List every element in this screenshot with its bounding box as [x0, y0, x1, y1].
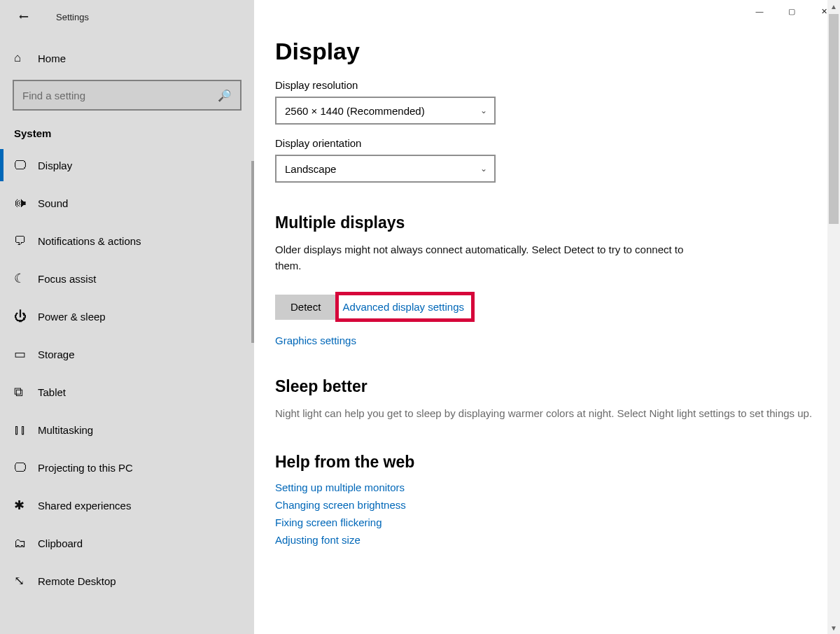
detect-button[interactable]: Detect — [275, 295, 336, 320]
sidebar-item-clipboard[interactable]: 🗂Clipboard — [0, 524, 254, 562]
chevron-down-icon: ⌄ — [480, 106, 487, 115]
sidebar-item-label: Display — [38, 160, 72, 171]
sound-icon: 🕪 — [14, 196, 38, 211]
window-controls: — ▢ ✕ — [743, 0, 840, 22]
content: — ▢ ✕ Display Display resolution 2560 × … — [254, 0, 840, 634]
resolution-dropdown[interactable]: 2560 × 1440 (Recommended) ⌄ — [275, 97, 496, 125]
remote-icon: ⤡ — [14, 573, 38, 589]
sidebar-item-label: Projecting to this PC — [38, 462, 133, 474]
sidebar-item-power[interactable]: ⏻Power & sleep — [0, 297, 254, 335]
resolution-label: Display resolution — [275, 79, 819, 91]
search-icon: 🔍 — [215, 89, 234, 102]
sidebar-item-tablet[interactable]: ⧉Tablet — [0, 373, 254, 411]
help-from-web-heading: Help from the web — [275, 453, 819, 472]
sidebar-item-label: Sound — [38, 197, 68, 209]
chevron-down-icon: ⌄ — [480, 164, 487, 174]
sidebar-item-label: Power & sleep — [38, 311, 106, 323]
sidebar-item-sound[interactable]: 🕪Sound — [0, 184, 254, 222]
sidebar-item-label: Tablet — [38, 386, 66, 398]
home-nav[interactable]: ⌂ Home — [0, 41, 254, 76]
sidebar-item-label: Storage — [38, 348, 75, 360]
sidebar-item-display[interactable]: 🖵Display — [0, 146, 254, 184]
sidebar-item-notif[interactable]: 🗩Notifications & actions — [0, 222, 254, 260]
orientation-label: Display orientation — [275, 137, 819, 149]
focus-icon: ☾ — [14, 271, 38, 286]
sidebar-item-label: Multitasking — [38, 424, 93, 436]
projecting-icon: 🖵 — [14, 460, 38, 475]
page-title: Display — [275, 38, 819, 65]
web-links: Setting up multiple monitorsChanging scr… — [275, 481, 819, 546]
sidebar-item-projecting[interactable]: 🖵Projecting to this PC — [0, 449, 254, 486]
help-link[interactable]: Adjusting font size — [275, 534, 819, 546]
sidebar-item-focus[interactable]: ☾Focus assist — [0, 260, 254, 297]
sidebar-item-label: Notifications & actions — [38, 235, 141, 247]
help-link[interactable]: Changing screen brightness — [275, 499, 819, 511]
sidebar-section-label: System — [0, 118, 254, 146]
shared-icon: ✱ — [14, 498, 38, 513]
home-label: Home — [38, 52, 66, 64]
orientation-dropdown[interactable]: Landscape ⌄ — [275, 155, 496, 183]
sidebar-item-label: Clipboard — [38, 537, 83, 549]
power-icon: ⏻ — [14, 309, 38, 324]
content-scroll-thumb[interactable] — [829, 14, 839, 224]
resolution-value: 2560 × 1440 (Recommended) — [285, 105, 425, 117]
clipboard-icon: 🗂 — [14, 536, 38, 551]
scroll-down-arrow-icon[interactable]: ▼ — [827, 621, 840, 634]
sidebar-item-shared[interactable]: ✱Shared experiences — [0, 486, 254, 524]
minimize-button[interactable]: — — [743, 0, 776, 22]
scroll-up-arrow-icon[interactable]: ▲ — [827, 0, 840, 13]
help-link[interactable]: Setting up multiple monitors — [275, 481, 819, 493]
multiple-displays-heading: Multiple displays — [275, 213, 819, 232]
search-box[interactable]: 🔍 — [13, 80, 241, 111]
sleep-better-heading: Sleep better — [275, 377, 819, 396]
sidebar-item-label: Remote Desktop — [38, 575, 116, 587]
display-icon: 🖵 — [14, 158, 38, 173]
sidebar-item-label: Shared experiences — [38, 500, 131, 512]
sidebar-item-remote[interactable]: ⤡Remote Desktop — [0, 562, 254, 600]
back-button[interactable]: 🠔 — [13, 6, 35, 28]
help-link[interactable]: Fixing screen flickering — [275, 516, 819, 528]
highlight-box: Advanced display settings — [335, 292, 475, 322]
storage-icon: ▭ — [14, 346, 38, 362]
maximize-button[interactable]: ▢ — [776, 0, 808, 22]
notif-icon: 🗩 — [14, 234, 38, 248]
sidebar-item-storage[interactable]: ▭Storage — [0, 335, 254, 373]
graphics-settings-link[interactable]: Graphics settings — [275, 334, 819, 346]
content-scrollbar[interactable]: ▲ ▼ — [827, 0, 840, 634]
sleep-better-desc: Night light can help you get to sleep by… — [275, 406, 819, 422]
tablet-icon: ⧉ — [14, 385, 38, 400]
search-input[interactable] — [21, 89, 215, 102]
advanced-display-settings-link[interactable]: Advanced display settings — [343, 301, 464, 313]
titlebar: 🠔 Settings — [0, 0, 254, 34]
nav-list: 🖵Display🕪Sound🗩Notifications & actions☾F… — [0, 146, 254, 600]
multiple-displays-desc: Older displays might not always connect … — [275, 242, 709, 274]
sidebar: 🠔 Settings ⌂ Home 🔍 System 🖵Display🕪Soun… — [0, 0, 254, 634]
window-title: Settings — [56, 12, 89, 22]
sidebar-item-label: Focus assist — [38, 273, 96, 285]
multitask-icon: ⫿⫿ — [14, 423, 38, 437]
home-icon: ⌂ — [14, 51, 38, 65]
orientation-value: Landscape — [285, 163, 336, 175]
sidebar-item-multitask[interactable]: ⫿⫿Multitasking — [0, 411, 254, 449]
